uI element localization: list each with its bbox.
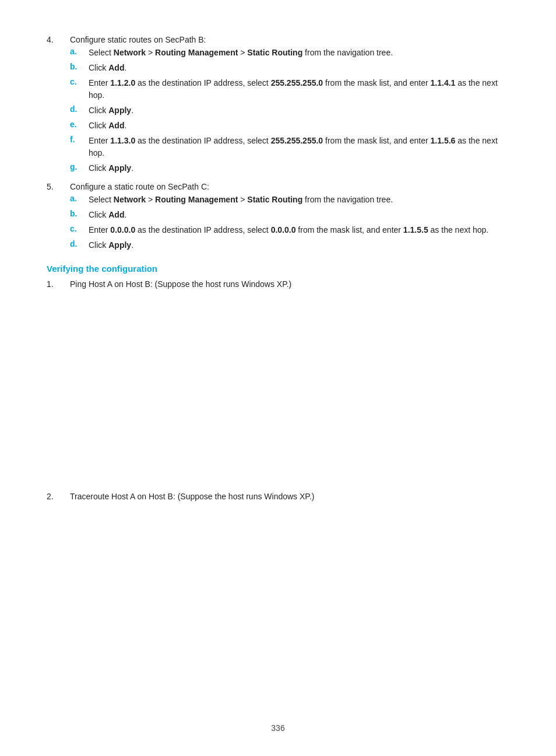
inner-label-4e: e. — [70, 120, 89, 132]
inner-item-4f: f. Enter 1.1.3.0 as the destination IP a… — [70, 135, 509, 159]
inner-label-4b: b. — [70, 62, 89, 74]
image-placeholder-1 — [47, 293, 509, 492]
inner-item-5c: c. Enter 0.0.0.0 as the destination IP a… — [70, 224, 509, 236]
verifying-list: 1. Ping Host A on Host B: (Suppose the h… — [47, 279, 509, 501]
inner-text-4a: Select Network > Routing Management > St… — [89, 47, 509, 59]
inner-text-4g: Click Apply. — [89, 162, 509, 174]
inner-item-4b: b. Click Add. — [70, 62, 509, 74]
inner-text-5a: Select Network > Routing Management > St… — [89, 194, 509, 206]
page-number: 336 — [271, 723, 284, 733]
verify-text-2: Traceroute Host A on Host B: (Suppose th… — [70, 492, 509, 501]
inner-text-4b: Click Add. — [89, 62, 509, 74]
inner-list-5: a. Select Network > Routing Management >… — [70, 194, 509, 251]
outer-text-4: Configure static routes on SecPath B: a.… — [70, 35, 509, 177]
inner-item-4g: g. Click Apply. — [70, 162, 509, 174]
inner-item-5a: a. Select Network > Routing Management >… — [70, 194, 509, 206]
outer-num-4: 4. — [47, 35, 70, 177]
inner-label-4a: a. — [70, 47, 89, 59]
outer-num-5: 5. — [47, 182, 70, 254]
verify-text-1: Ping Host A on Host B: (Suppose the host… — [70, 279, 509, 289]
outer-item-4: 4. Configure static routes on SecPath B:… — [47, 35, 509, 177]
outer-item-5: 5. Configure a static route on SecPath C… — [47, 182, 509, 254]
inner-item-5d: d. Click Apply. — [70, 239, 509, 251]
verify-item-2: 2. Traceroute Host A on Host B: (Suppose… — [47, 492, 509, 501]
inner-item-4c: c. Enter 1.1.2.0 as the destination IP a… — [70, 77, 509, 102]
inner-text-4d: Click Apply. — [89, 104, 509, 117]
inner-label-4c: c. — [70, 77, 89, 102]
verify-num-1: 1. — [47, 279, 70, 289]
inner-text-4f: Enter 1.1.3.0 as the destination IP addr… — [89, 135, 509, 159]
page: 4. Configure static routes on SecPath B:… — [0, 0, 556, 756]
inner-label-4g: g. — [70, 162, 89, 174]
inner-text-5c: Enter 0.0.0.0 as the destination IP addr… — [89, 224, 509, 236]
content: 4. Configure static routes on SecPath B:… — [47, 35, 509, 501]
section-heading: Verifying the configuration — [47, 264, 509, 274]
inner-label-4f: f. — [70, 135, 89, 159]
inner-label-5a: a. — [70, 194, 89, 206]
verify-num-2: 2. — [47, 492, 70, 501]
inner-text-5d: Click Apply. — [89, 239, 509, 251]
outer-list: 4. Configure static routes on SecPath B:… — [47, 35, 509, 254]
inner-text-5b: Click Add. — [89, 209, 509, 221]
inner-label-5d: d. — [70, 239, 89, 251]
inner-text-4e: Click Add. — [89, 120, 509, 132]
inner-list-4: a. Select Network > Routing Management >… — [70, 47, 509, 174]
inner-label-5b: b. — [70, 209, 89, 221]
verify-item-1: 1. Ping Host A on Host B: (Suppose the h… — [47, 279, 509, 289]
outer-text-5: Configure a static route on SecPath C: a… — [70, 182, 509, 254]
inner-item-4d: d. Click Apply. — [70, 104, 509, 117]
inner-label-5c: c. — [70, 224, 89, 236]
inner-item-4a: a. Select Network > Routing Management >… — [70, 47, 509, 59]
inner-text-4c: Enter 1.1.2.0 as the destination IP addr… — [89, 77, 509, 102]
inner-item-4e: e. Click Add. — [70, 120, 509, 132]
inner-item-5b: b. Click Add. — [70, 209, 509, 221]
inner-label-4d: d. — [70, 104, 89, 117]
